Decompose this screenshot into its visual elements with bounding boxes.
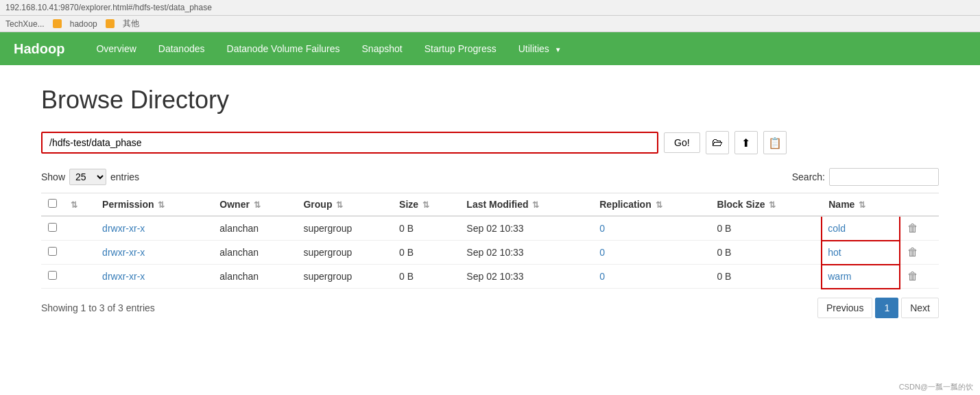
next-button[interactable]: Next bbox=[901, 298, 939, 318]
row-icon-0 bbox=[64, 216, 95, 241]
header-owner[interactable]: Owner ⇅ bbox=[213, 193, 296, 217]
row-delete-1[interactable]: 🗑 bbox=[900, 241, 939, 265]
row-last-modified-1: Sep 02 10:33 bbox=[459, 241, 593, 265]
row-name-0[interactable]: cold bbox=[822, 216, 900, 241]
row-size-0: 0 B bbox=[392, 216, 459, 241]
bookmark-1: TechXue... bbox=[5, 19, 45, 29]
show-label: Show bbox=[41, 171, 65, 182]
delete-icon-1[interactable]: 🗑 bbox=[907, 246, 918, 258]
header-last-modified[interactable]: Last Modified ⇅ bbox=[459, 193, 593, 217]
sort-icon-replication: ⇅ bbox=[656, 200, 662, 210]
entries-per-page-select[interactable]: 10 25 50 100 bbox=[69, 169, 106, 185]
table-row: drwxr-xr-x alanchan supergroup 0 B Sep 0… bbox=[41, 265, 939, 289]
show-entries-row: Show 10 25 50 100 entries Search: bbox=[41, 168, 939, 186]
table-header-row: ⇅ Permission ⇅ Owner ⇅ Group ⇅ Size ⇅ bbox=[41, 193, 939, 217]
bookmark-folder-icon-1 bbox=[53, 19, 62, 28]
nav-item-startup-progress[interactable]: Startup Progress bbox=[414, 34, 507, 64]
navbar-brand: Hadoop bbox=[14, 41, 64, 57]
row-replication-1[interactable]: 0 bbox=[593, 241, 710, 265]
main-content: Browse Directory Go! 🗁 ⬆ 📋 Show 10 25 50… bbox=[0, 65, 980, 339]
row-group-2: supergroup bbox=[296, 265, 392, 289]
row-name-2[interactable]: warm bbox=[822, 265, 900, 289]
browser-bar: 192.168.10.41:9870/explorer.html#/hdfs-t… bbox=[0, 0, 980, 16]
row-permission-2[interactable]: drwxr-xr-x bbox=[95, 265, 213, 289]
browser-url: 192.168.10.41:9870/explorer.html#/hdfs-t… bbox=[5, 3, 212, 12]
table-row: drwxr-xr-x alanchan supergroup 0 B Sep 0… bbox=[41, 241, 939, 265]
previous-button[interactable]: Previous bbox=[817, 298, 872, 318]
nav-item-overview[interactable]: Overview bbox=[85, 34, 147, 64]
bookmark-folder-icon-2 bbox=[106, 19, 115, 28]
delete-icon-2[interactable]: 🗑 bbox=[907, 270, 918, 282]
path-row: Go! 🗁 ⬆ 📋 bbox=[41, 131, 939, 154]
page-title: Browse Directory bbox=[41, 86, 939, 115]
select-all-checkbox[interactable] bbox=[48, 199, 57, 208]
row-delete-2[interactable]: 🗑 bbox=[900, 265, 939, 289]
row-replication-0[interactable]: 0 bbox=[593, 216, 710, 241]
row-block-size-2: 0 B bbox=[710, 265, 822, 289]
bookmark-3: 其他 bbox=[123, 18, 139, 29]
nav-item-datanode-volume-failures[interactable]: Datanode Volume Failures bbox=[216, 34, 351, 64]
path-input[interactable] bbox=[41, 132, 658, 154]
header-sort-col[interactable]: ⇅ bbox=[64, 193, 95, 217]
nav-link-datanodes[interactable]: Datanodes bbox=[147, 34, 216, 64]
document-button[interactable]: 📋 bbox=[763, 131, 787, 154]
folder-button[interactable]: 🗁 bbox=[706, 131, 729, 154]
row-permission-0[interactable]: drwxr-xr-x bbox=[95, 216, 213, 241]
document-icon: 📋 bbox=[768, 136, 782, 149]
folder-icon: 🗁 bbox=[712, 136, 723, 149]
header-name[interactable]: Name ⇅ bbox=[822, 193, 900, 217]
nav-link-snapshot[interactable]: Snapshot bbox=[351, 34, 414, 64]
bookmarks-bar: TechXue... hadoop 其他 bbox=[0, 16, 980, 32]
row-delete-0[interactable]: 🗑 bbox=[900, 216, 939, 241]
show-left: Show 10 25 50 100 entries bbox=[41, 169, 139, 185]
pagination: Previous 1 Next bbox=[817, 298, 939, 318]
row-select-checkbox-1[interactable] bbox=[48, 247, 57, 256]
nav-link-utilities[interactable]: Utilities ▼ bbox=[507, 34, 573, 64]
nav-link-overview[interactable]: Overview bbox=[85, 34, 147, 64]
search-input[interactable] bbox=[829, 168, 939, 186]
nav-link-datanode-volume-failures[interactable]: Datanode Volume Failures bbox=[216, 34, 351, 64]
pagination-row: Showing 1 to 3 of 3 entries Previous 1 N… bbox=[41, 298, 939, 318]
nav-item-datanodes[interactable]: Datanodes bbox=[147, 34, 216, 64]
row-select-checkbox-0[interactable] bbox=[48, 223, 57, 232]
row-icon-2 bbox=[64, 265, 95, 289]
header-replication[interactable]: Replication ⇅ bbox=[593, 193, 710, 217]
header-block-size[interactable]: Block Size ⇅ bbox=[710, 193, 822, 217]
row-block-size-0: 0 B bbox=[710, 216, 822, 241]
row-permission-1[interactable]: drwxr-xr-x bbox=[95, 241, 213, 265]
sort-icon-group: ⇅ bbox=[336, 200, 343, 210]
showing-text: Showing 1 to 3 of 3 entries bbox=[41, 302, 155, 313]
navbar-nav: Overview Datanodes Datanode Volume Failu… bbox=[85, 34, 572, 64]
header-actions bbox=[900, 193, 939, 217]
row-checkbox-1[interactable] bbox=[41, 241, 64, 265]
row-last-modified-0: Sep 02 10:33 bbox=[459, 216, 593, 241]
row-block-size-1: 0 B bbox=[710, 241, 822, 265]
delete-icon-0[interactable]: 🗑 bbox=[907, 222, 918, 234]
row-owner-1: alanchan bbox=[213, 241, 296, 265]
header-size[interactable]: Size ⇅ bbox=[392, 193, 459, 217]
sort-icon-permission: ⇅ bbox=[158, 200, 165, 210]
row-replication-2[interactable]: 0 bbox=[593, 265, 710, 289]
sort-icon-last-modified: ⇅ bbox=[532, 200, 539, 210]
row-checkbox-2[interactable] bbox=[41, 265, 64, 289]
row-name-1[interactable]: hot bbox=[822, 241, 900, 265]
search-row: Search: bbox=[792, 168, 939, 186]
page-1-button[interactable]: 1 bbox=[875, 298, 898, 318]
go-button[interactable]: Go! bbox=[664, 132, 700, 153]
header-permission[interactable]: Permission ⇅ bbox=[95, 193, 213, 217]
row-select-checkbox-2[interactable] bbox=[48, 271, 57, 280]
row-size-2: 0 B bbox=[392, 265, 459, 289]
row-checkbox-0[interactable] bbox=[41, 216, 64, 241]
nav-item-snapshot[interactable]: Snapshot bbox=[351, 34, 414, 64]
nav-link-startup-progress[interactable]: Startup Progress bbox=[414, 34, 507, 64]
header-group[interactable]: Group ⇅ bbox=[296, 193, 392, 217]
row-owner-2: alanchan bbox=[213, 265, 296, 289]
bookmark-2: hadoop bbox=[70, 19, 97, 29]
upload-button[interactable]: ⬆ bbox=[734, 131, 758, 154]
search-label: Search: bbox=[792, 171, 825, 182]
data-table: ⇅ Permission ⇅ Owner ⇅ Group ⇅ Size ⇅ bbox=[41, 193, 939, 289]
header-checkbox-col[interactable] bbox=[41, 193, 64, 217]
nav-item-utilities[interactable]: Utilities ▼ bbox=[507, 34, 573, 64]
row-group-1: supergroup bbox=[296, 241, 392, 265]
row-group-0: supergroup bbox=[296, 216, 392, 241]
